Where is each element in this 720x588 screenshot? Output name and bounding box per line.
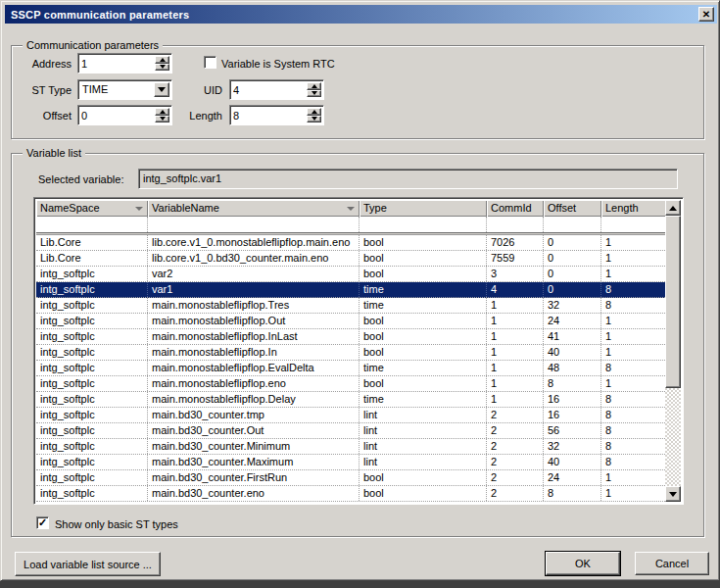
offset-stepper[interactable] — [77, 105, 172, 125]
length-stepper[interactable] — [229, 105, 324, 125]
load-variable-list-source-button[interactable]: Load variable list source ... — [15, 552, 161, 576]
table-cell: 7026 — [487, 235, 544, 250]
filter-dropdown-icon[interactable] — [135, 207, 143, 211]
column-header-label: Offset — [548, 202, 576, 214]
offset-input[interactable] — [81, 108, 150, 123]
vertical-scrollbar[interactable] — [665, 200, 681, 502]
filter-cell[interactable] — [148, 217, 360, 232]
communication-parameters-group-label: Communication parameters — [23, 39, 163, 51]
filter-cell[interactable] — [601, 217, 667, 232]
show-basic-st-types-label[interactable]: Show only basic ST types — [55, 517, 212, 531]
table-row[interactable]: intg_softplcmain.bd30_counter.enobool281 — [36, 486, 667, 502]
table-cell: lint — [360, 408, 487, 422]
table-row[interactable]: intg_softplcmain.monostableflipflop.Inbo… — [36, 345, 667, 361]
close-button[interactable]: ✕ — [698, 7, 714, 22]
table-cell: time — [360, 361, 487, 375]
scrollbar-down-button[interactable] — [665, 486, 681, 502]
table-cell: 0 — [544, 251, 601, 266]
scrollbar-thumb[interactable] — [665, 216, 681, 388]
table-cell: intg_softplc — [36, 267, 148, 281]
sscp-dialog: SSCP communication parameters ✕ Communic… — [0, 0, 720, 581]
table-cell: lint — [360, 439, 487, 454]
column-header-label: Length — [605, 202, 639, 214]
table-row[interactable]: intg_softplcmain.monostableflipflop.InLa… — [36, 329, 667, 345]
address-spin-up-button[interactable] — [155, 56, 169, 64]
ok-button[interactable]: OK — [546, 552, 620, 575]
table-row[interactable]: intg_softplcmain.bd30_counter.Outlint256… — [36, 423, 667, 439]
column-header-type[interactable]: Type — [360, 200, 487, 217]
table-row[interactable]: intg_softplcmain.monostableflipflop.enob… — [36, 376, 667, 392]
table-row[interactable]: intg_softplcvar1time408 — [36, 282, 667, 298]
desktop-background — [0, 581, 720, 588]
table-cell: 16 — [544, 392, 601, 407]
uid-input[interactable] — [233, 82, 302, 98]
uid-stepper[interactable] — [229, 79, 324, 100]
cancel-button[interactable]: Cancel — [635, 552, 709, 575]
column-header-length[interactable]: Length — [601, 200, 667, 217]
length-spin-up-button[interactable] — [307, 108, 321, 116]
column-header-offset[interactable]: Offset — [544, 200, 601, 217]
table-cell: bool — [360, 267, 487, 281]
table-row[interactable]: intg_softplcmain.bd30_counter.tmplint216… — [36, 408, 667, 423]
column-header-variablename[interactable]: VariableName — [148, 200, 360, 217]
table-row[interactable]: intg_softplcmain.monostableflipflop.Dela… — [36, 392, 667, 408]
system-rtc-checkbox[interactable] — [204, 56, 216, 69]
offset-spin-up-button[interactable] — [155, 108, 169, 116]
table-cell: intg_softplc — [36, 329, 148, 344]
table-row[interactable]: intg_softplcmain.monostableflipflop.Tres… — [36, 298, 667, 314]
up-arrow-icon — [312, 110, 317, 114]
column-header-label: Type — [363, 202, 387, 214]
column-header-commid[interactable]: CommId — [487, 200, 544, 217]
length-input[interactable] — [233, 108, 302, 123]
down-arrow-icon — [160, 65, 166, 69]
show-basic-st-types-checkbox[interactable]: ✓ — [36, 516, 49, 529]
table-cell: main.monostableflipflop.Out — [148, 314, 360, 328]
titlebar[interactable]: SSCP communication parameters ✕ — [5, 5, 717, 24]
table-cell: 24 — [544, 314, 601, 328]
table-cell: time — [360, 298, 487, 313]
uid-spin — [307, 82, 321, 97]
st-type-combobox[interactable]: TIME — [77, 79, 172, 100]
length-spin-down-button[interactable] — [307, 116, 321, 123]
table-row[interactable]: intg_softplcvar2bool301 — [36, 267, 667, 282]
table-row[interactable]: Lib.Corelib.core.v1_0.bd30_counter.main.… — [36, 251, 667, 267]
system-rtc-checkbox-label[interactable]: Variable is System RTC — [221, 57, 349, 71]
filter-dropdown-icon[interactable] — [347, 207, 355, 211]
table-cell: 8 — [601, 408, 667, 422]
table-cell: 1 — [487, 314, 544, 328]
table-cell: bool — [360, 329, 487, 344]
selected-variable-field[interactable]: intg_softplc.var1 — [138, 169, 678, 189]
table-row[interactable]: intg_softplcmain.bd30_counter.Minimumlin… — [36, 439, 667, 455]
variable-grid-main: NameSpace VariableName Type CommId Off — [36, 200, 667, 502]
table-cell: 40 — [544, 345, 601, 360]
address-input[interactable] — [81, 56, 150, 72]
uid-spin-up-button[interactable] — [307, 82, 321, 90]
filter-cell[interactable] — [544, 217, 601, 232]
table-row[interactable]: intg_softplcmain.bd30_counter.Maximumlin… — [36, 455, 667, 470]
uid-spin-down-button[interactable] — [307, 90, 321, 98]
table-cell: intg_softplc — [36, 345, 148, 360]
filter-cell[interactable] — [360, 217, 487, 232]
filter-cell[interactable] — [487, 217, 544, 232]
table-row[interactable]: intg_softplcmain.monostableflipflop.Eval… — [36, 361, 667, 376]
scrollbar-track[interactable] — [665, 388, 681, 486]
table-cell: 1 — [487, 298, 544, 313]
st-type-dropdown-button[interactable] — [154, 82, 169, 97]
length-label: Length — [185, 109, 222, 122]
offset-spin-down-button[interactable] — [155, 116, 169, 123]
table-cell: 56 — [544, 423, 601, 438]
table-cell: 8 — [601, 455, 667, 469]
table-row[interactable]: Lib.Corelib.core.v1_0.monostableflipflop… — [36, 235, 667, 251]
table-row[interactable]: intg_softplcmain.monostableflipflop.Outb… — [36, 314, 667, 329]
close-icon: ✕ — [702, 10, 710, 20]
filter-cell[interactable] — [36, 217, 148, 232]
grid-filter-row[interactable] — [36, 217, 667, 232]
address-stepper[interactable] — [77, 53, 172, 74]
table-cell: 2 — [487, 439, 544, 454]
scrollbar-up-button[interactable] — [665, 200, 681, 216]
table-cell: bool — [360, 251, 487, 266]
table-row[interactable]: intg_softplcmain.bd30_counter.FirstRunbo… — [36, 470, 667, 486]
table-cell: intg_softplc — [36, 376, 148, 391]
address-spin-down-button[interactable] — [155, 64, 169, 72]
column-header-namespace[interactable]: NameSpace — [36, 200, 148, 217]
